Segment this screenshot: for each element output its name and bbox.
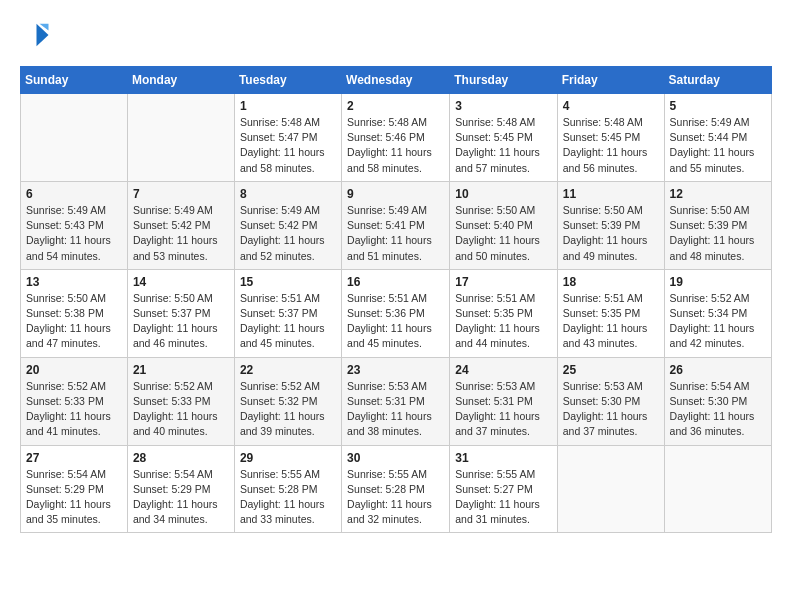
calendar-cell: 17Sunrise: 5:51 AM Sunset: 5:35 PM Dayli… <box>450 269 557 357</box>
calendar-cell: 11Sunrise: 5:50 AM Sunset: 5:39 PM Dayli… <box>557 181 664 269</box>
calendar-cell: 19Sunrise: 5:52 AM Sunset: 5:34 PM Dayli… <box>664 269 771 357</box>
week-row-1: 1Sunrise: 5:48 AM Sunset: 5:47 PM Daylig… <box>21 94 772 182</box>
calendar-cell: 7Sunrise: 5:49 AM Sunset: 5:42 PM Daylig… <box>127 181 234 269</box>
weekday-header-row: SundayMondayTuesdayWednesdayThursdayFrid… <box>21 67 772 94</box>
day-info: Sunrise: 5:51 AM Sunset: 5:36 PM Dayligh… <box>347 291 444 352</box>
week-row-5: 27Sunrise: 5:54 AM Sunset: 5:29 PM Dayli… <box>21 445 772 533</box>
calendar-cell: 21Sunrise: 5:52 AM Sunset: 5:33 PM Dayli… <box>127 357 234 445</box>
calendar-cell: 23Sunrise: 5:53 AM Sunset: 5:31 PM Dayli… <box>342 357 450 445</box>
day-info: Sunrise: 5:49 AM Sunset: 5:42 PM Dayligh… <box>240 203 336 264</box>
day-info: Sunrise: 5:48 AM Sunset: 5:45 PM Dayligh… <box>455 115 551 176</box>
day-info: Sunrise: 5:55 AM Sunset: 5:28 PM Dayligh… <box>240 467 336 528</box>
calendar-cell: 31Sunrise: 5:55 AM Sunset: 5:27 PM Dayli… <box>450 445 557 533</box>
calendar-cell: 13Sunrise: 5:50 AM Sunset: 5:38 PM Dayli… <box>21 269 128 357</box>
day-info: Sunrise: 5:49 AM Sunset: 5:42 PM Dayligh… <box>133 203 229 264</box>
calendar-cell <box>557 445 664 533</box>
calendar-cell: 26Sunrise: 5:54 AM Sunset: 5:30 PM Dayli… <box>664 357 771 445</box>
calendar-cell: 29Sunrise: 5:55 AM Sunset: 5:28 PM Dayli… <box>234 445 341 533</box>
calendar-cell: 16Sunrise: 5:51 AM Sunset: 5:36 PM Dayli… <box>342 269 450 357</box>
day-number: 22 <box>240 363 336 377</box>
day-number: 16 <box>347 275 444 289</box>
calendar-cell: 14Sunrise: 5:50 AM Sunset: 5:37 PM Dayli… <box>127 269 234 357</box>
weekday-header-tuesday: Tuesday <box>234 67 341 94</box>
calendar-cell: 1Sunrise: 5:48 AM Sunset: 5:47 PM Daylig… <box>234 94 341 182</box>
logo <box>20 20 54 50</box>
day-info: Sunrise: 5:50 AM Sunset: 5:39 PM Dayligh… <box>563 203 659 264</box>
calendar-cell: 5Sunrise: 5:49 AM Sunset: 5:44 PM Daylig… <box>664 94 771 182</box>
day-number: 15 <box>240 275 336 289</box>
day-number: 2 <box>347 99 444 113</box>
calendar-cell: 15Sunrise: 5:51 AM Sunset: 5:37 PM Dayli… <box>234 269 341 357</box>
day-number: 20 <box>26 363 122 377</box>
day-info: Sunrise: 5:55 AM Sunset: 5:27 PM Dayligh… <box>455 467 551 528</box>
day-number: 10 <box>455 187 551 201</box>
calendar-cell: 8Sunrise: 5:49 AM Sunset: 5:42 PM Daylig… <box>234 181 341 269</box>
calendar-cell: 28Sunrise: 5:54 AM Sunset: 5:29 PM Dayli… <box>127 445 234 533</box>
day-number: 17 <box>455 275 551 289</box>
day-info: Sunrise: 5:52 AM Sunset: 5:32 PM Dayligh… <box>240 379 336 440</box>
day-info: Sunrise: 5:50 AM Sunset: 5:39 PM Dayligh… <box>670 203 766 264</box>
calendar-cell: 27Sunrise: 5:54 AM Sunset: 5:29 PM Dayli… <box>21 445 128 533</box>
day-info: Sunrise: 5:51 AM Sunset: 5:35 PM Dayligh… <box>455 291 551 352</box>
day-info: Sunrise: 5:53 AM Sunset: 5:31 PM Dayligh… <box>455 379 551 440</box>
weekday-header-friday: Friday <box>557 67 664 94</box>
day-number: 5 <box>670 99 766 113</box>
day-number: 23 <box>347 363 444 377</box>
day-info: Sunrise: 5:52 AM Sunset: 5:33 PM Dayligh… <box>26 379 122 440</box>
calendar-cell: 6Sunrise: 5:49 AM Sunset: 5:43 PM Daylig… <box>21 181 128 269</box>
day-number: 6 <box>26 187 122 201</box>
calendar-table: SundayMondayTuesdayWednesdayThursdayFrid… <box>20 66 772 533</box>
calendar-cell: 9Sunrise: 5:49 AM Sunset: 5:41 PM Daylig… <box>342 181 450 269</box>
calendar-cell: 22Sunrise: 5:52 AM Sunset: 5:32 PM Dayli… <box>234 357 341 445</box>
day-info: Sunrise: 5:53 AM Sunset: 5:31 PM Dayligh… <box>347 379 444 440</box>
day-number: 25 <box>563 363 659 377</box>
weekday-header-saturday: Saturday <box>664 67 771 94</box>
day-number: 11 <box>563 187 659 201</box>
day-info: Sunrise: 5:52 AM Sunset: 5:33 PM Dayligh… <box>133 379 229 440</box>
day-number: 27 <box>26 451 122 465</box>
day-number: 7 <box>133 187 229 201</box>
day-number: 29 <box>240 451 336 465</box>
day-info: Sunrise: 5:52 AM Sunset: 5:34 PM Dayligh… <box>670 291 766 352</box>
calendar-cell <box>21 94 128 182</box>
calendar-cell <box>664 445 771 533</box>
day-info: Sunrise: 5:49 AM Sunset: 5:41 PM Dayligh… <box>347 203 444 264</box>
weekday-header-monday: Monday <box>127 67 234 94</box>
calendar-cell: 25Sunrise: 5:53 AM Sunset: 5:30 PM Dayli… <box>557 357 664 445</box>
week-row-4: 20Sunrise: 5:52 AM Sunset: 5:33 PM Dayli… <box>21 357 772 445</box>
weekday-header-wednesday: Wednesday <box>342 67 450 94</box>
day-number: 14 <box>133 275 229 289</box>
day-info: Sunrise: 5:50 AM Sunset: 5:37 PM Dayligh… <box>133 291 229 352</box>
day-info: Sunrise: 5:50 AM Sunset: 5:38 PM Dayligh… <box>26 291 122 352</box>
calendar-cell: 30Sunrise: 5:55 AM Sunset: 5:28 PM Dayli… <box>342 445 450 533</box>
day-number: 19 <box>670 275 766 289</box>
calendar-cell: 24Sunrise: 5:53 AM Sunset: 5:31 PM Dayli… <box>450 357 557 445</box>
day-info: Sunrise: 5:53 AM Sunset: 5:30 PM Dayligh… <box>563 379 659 440</box>
day-info: Sunrise: 5:51 AM Sunset: 5:35 PM Dayligh… <box>563 291 659 352</box>
day-number: 12 <box>670 187 766 201</box>
weekday-header-sunday: Sunday <box>21 67 128 94</box>
day-info: Sunrise: 5:54 AM Sunset: 5:29 PM Dayligh… <box>26 467 122 528</box>
page-header <box>20 20 772 50</box>
day-number: 4 <box>563 99 659 113</box>
day-info: Sunrise: 5:54 AM Sunset: 5:29 PM Dayligh… <box>133 467 229 528</box>
week-row-2: 6Sunrise: 5:49 AM Sunset: 5:43 PM Daylig… <box>21 181 772 269</box>
day-number: 1 <box>240 99 336 113</box>
day-number: 21 <box>133 363 229 377</box>
day-number: 9 <box>347 187 444 201</box>
day-info: Sunrise: 5:49 AM Sunset: 5:44 PM Dayligh… <box>670 115 766 176</box>
calendar-cell: 18Sunrise: 5:51 AM Sunset: 5:35 PM Dayli… <box>557 269 664 357</box>
day-number: 31 <box>455 451 551 465</box>
calendar-cell: 2Sunrise: 5:48 AM Sunset: 5:46 PM Daylig… <box>342 94 450 182</box>
day-number: 28 <box>133 451 229 465</box>
logo-icon <box>20 20 50 50</box>
calendar-cell: 10Sunrise: 5:50 AM Sunset: 5:40 PM Dayli… <box>450 181 557 269</box>
day-number: 13 <box>26 275 122 289</box>
calendar-cell: 12Sunrise: 5:50 AM Sunset: 5:39 PM Dayli… <box>664 181 771 269</box>
day-info: Sunrise: 5:54 AM Sunset: 5:30 PM Dayligh… <box>670 379 766 440</box>
day-number: 30 <box>347 451 444 465</box>
day-info: Sunrise: 5:48 AM Sunset: 5:47 PM Dayligh… <box>240 115 336 176</box>
calendar-cell: 4Sunrise: 5:48 AM Sunset: 5:45 PM Daylig… <box>557 94 664 182</box>
day-info: Sunrise: 5:48 AM Sunset: 5:46 PM Dayligh… <box>347 115 444 176</box>
day-info: Sunrise: 5:55 AM Sunset: 5:28 PM Dayligh… <box>347 467 444 528</box>
